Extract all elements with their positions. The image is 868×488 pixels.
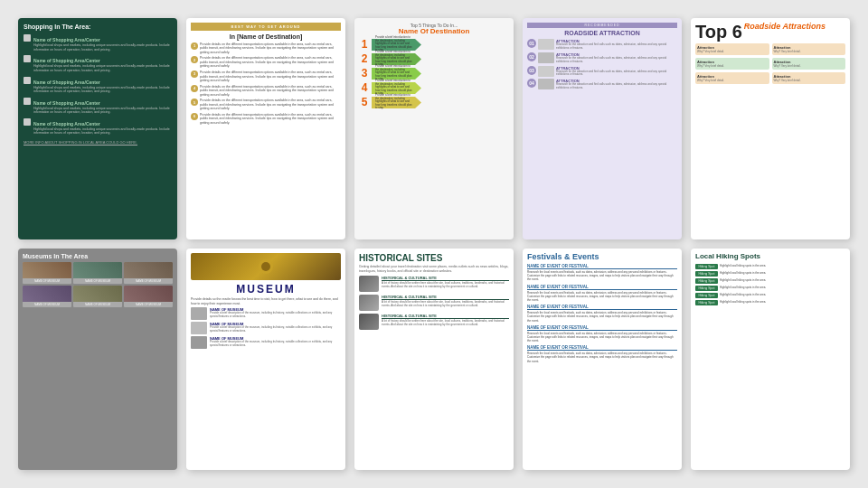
list-item: 5 Provide details on the different trans… [191,99,341,111]
list-item: Name of Shopping Area/Center Highlight l… [24,98,172,117]
top5-item-text: Provide a brief introduction to the dest… [374,68,415,80]
top5-item-text: Provide a brief introduction to the dest… [374,97,415,108]
list-item: NAME OF MUSEUM [23,286,71,307]
shopping-icon [24,34,31,42]
list-item: NAME OF EVENT OR FESTIVAL Research the l… [527,305,677,323]
card-roadside: RECOMMENDED ROADSIDE ATTRACTION 01 ATTRA… [523,18,682,239]
item-desc: Highlight local shops and markets, inclu… [33,86,172,94]
hike-badge: Hiking Spot [695,278,718,284]
top6-title: Roadside Attractions [744,23,826,31]
transport-text: Provide details on the different transpo… [200,42,341,55]
item-desc: Highlight local shops and markets, inclu… [33,64,172,72]
list-item: HISTORICAL & CULTURAL SITE A lot of hist… [359,295,509,311]
hike-badge: Hiking Spot [695,300,718,305]
sun-icon [252,253,279,280]
roadside-image [538,66,554,77]
card-hiking: Local Hiking Spots Hiking Spot Highlight… [691,249,850,470]
list-item: Attraction Why? Very brief detail. [695,43,769,55]
museum-header-image [191,253,341,280]
museum-label: NAME OF MUSEUM [124,278,173,284]
transport-text: Provide details on the different transpo… [200,113,341,126]
festival-desc: Research the local events and festivals,… [527,311,677,323]
list-item: NAME OF MUSEUM [73,286,122,307]
festival-desc: Research the local events and festivals,… [527,270,677,282]
card-museum: MUSEUM Provide details so the reader kno… [186,249,345,470]
attraction-detail: Why? Very brief detail. [774,64,844,68]
museum-image [23,262,71,278]
top6-number: Top 6 [695,23,742,41]
top5-header-title: Name Of Destination [359,28,509,35]
roadside-desc: Research for the attraction and find cal… [556,83,677,90]
museum-label: NAME OF MUSEUM [23,278,71,284]
item-desc: Highlight local shops and markets, inclu… [33,107,172,115]
card-museums-area: Museums In The Area NAME OF MUSEUM NAME … [18,249,177,470]
museum-item-desc: Provide a brief description of the museu… [210,312,341,319]
list-item: HISTORICAL & CULTURAL SITE A lot of hist… [359,276,509,292]
card-historical: HISTORICAL SITES Getting detailed about … [354,249,514,470]
item-name: Name of Shopping Area/Center [33,37,172,42]
top6-grid: Attraction Why? Very brief detail. Attra… [695,43,845,84]
festival-name: NAME OF EVENT OR FESTIVAL [527,305,677,310]
hike-desc: Highlight local hiking spots in the area… [720,286,766,290]
list-item: 6 Provide details on the different trans… [191,113,341,126]
list-item: Hiking Spot Highlight local hiking spots… [695,271,845,277]
card-top6: Top 6 Roadside Attractions Attraction Wh… [691,18,850,239]
list-item: NAME OF EVENT OR FESTIVAL Research the l… [527,325,677,343]
transport-banner: BEST WAY TO GET AROUND [191,23,341,31]
shopping-items: Name of Shopping Area/Center Highlight l… [24,34,172,136]
top6-header: Top 6 Roadside Attractions [695,23,845,41]
historical-desc: A lot of history should be written here … [382,282,509,289]
list-item: Hiking Spot Highlight local hiking spots… [695,293,845,298]
roadside-image [538,79,554,89]
list-item: NAME OF EVENT OR FESTIVAL Research the l… [527,264,677,282]
festival-name: NAME OF EVENT OR FESTIVAL [527,285,677,290]
list-item: 5 Provide a brief introduction to the de… [359,96,509,108]
card-transport: BEST WAY TO GET AROUND In [Name of Desti… [186,18,345,239]
museum-label: NAME OF MUSEUM [124,302,173,307]
transport-text: Provide details on the different transpo… [200,85,341,98]
list-item: Hiking Spot Highlight local hiking spots… [695,264,845,269]
shopping-icon [24,118,31,126]
list-item: NAME OF MUSEUM [124,262,173,284]
list-item: 04 ATTRACTION Research for the attractio… [527,79,677,90]
top5-item-text: Provide a brief introduction to the dest… [374,53,415,65]
historical-desc: A lot of history should be written here … [382,320,509,327]
list-item: HISTORICAL & CULTURAL SITE A lot of hist… [359,314,509,330]
roadside-list: 01 ATTRACTION Research for the attractio… [527,39,677,90]
hike-desc: Highlight local hiking spots in the area… [720,301,766,305]
shopping-icon [24,55,31,62]
roadside-desc: Research for the attraction and find cal… [556,57,677,64]
list-item: 4 Provide details on the different trans… [191,85,341,98]
list-item: 2 Provide a brief introduction to the de… [359,52,509,65]
museum-label: NAME OF MUSEUM [73,278,122,284]
hike-desc: Highlight local hiking spots in the area… [720,279,766,283]
list-item: Name of Shopping Area/Center Highlight l… [24,118,172,137]
festival-name: NAME OF EVENT OR FESTIVAL [527,325,677,331]
shopping-footer: MORE INFO ABOUT SHOPPING IN LOCAL AREA C… [24,140,172,145]
shopping-title: Shopping In The Area: [24,23,172,31]
top5-list: 1 Provide a brief introduction to the de… [359,38,509,108]
list-item: NAME OF MUSEUM [124,286,173,307]
card-festivals: Festivals & Events NAME OF EVENT OR FEST… [523,249,682,470]
list-item: Attraction Why? Very brief detail. [695,72,769,84]
list-item: Attraction Why? Very brief detail. [772,58,846,70]
item-desc: Highlight local shops and markets, inclu… [33,43,172,52]
museum-main-title: MUSEUM [191,283,341,296]
attraction-detail: Why? Very brief detail. [774,50,844,53]
list-item: NAME OF EVENT OR FESTIVAL Research the l… [527,285,677,303]
list-item: 4 Provide a brief introduction to the de… [359,81,509,94]
card-shopping: Shopping In The Area: Name of Shopping A… [18,18,177,239]
main-grid: Shopping In The Area: Name of Shopping A… [0,0,868,488]
list-item: Hiking Spot Highlight local hiking spots… [695,300,845,305]
attraction-detail: Why? Very brief detail. [697,50,768,53]
list-item: NAME OF MUSEUM Provide a brief descripti… [191,322,341,334]
historical-desc: A lot of history should be written here … [382,301,509,308]
list-item: Attraction Why? Very brief detail. [772,43,846,55]
roadside-image [538,39,554,50]
museum-item-desc: Provide a brief description of the museu… [210,326,341,333]
list-item: 1 Provide a brief introduction to the de… [359,38,509,51]
museum-label: NAME OF MUSEUM [23,302,71,307]
item-name: Name of Shopping Area/Center [33,121,172,127]
shopping-icon [24,77,31,84]
museum-label: NAME OF MUSEUM [73,302,122,307]
